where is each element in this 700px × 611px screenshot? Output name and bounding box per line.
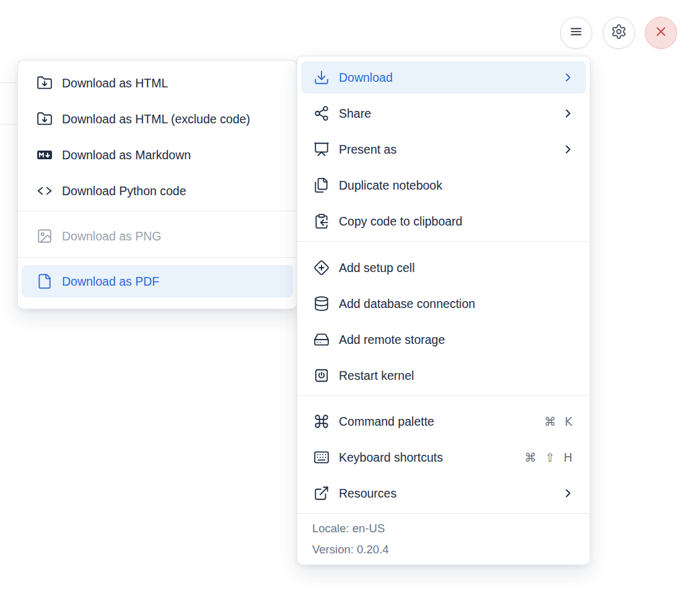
image-icon <box>37 228 53 244</box>
external-link-icon <box>313 485 330 501</box>
menu-separator <box>297 241 590 242</box>
keyboard-shortcut-hint: ⌘ ⇧ H <box>525 451 575 464</box>
menu-item-copy-code-to-clipboard[interactable]: Copy code to clipboard <box>301 205 586 237</box>
close-button[interactable] <box>645 17 677 49</box>
menu-item-label: Download as PDF <box>62 275 282 289</box>
chevron-right-icon <box>561 71 575 84</box>
menu-item-restart-kernel[interactable]: Restart kernel <box>301 359 586 392</box>
menu-item-download-as-png: Download as PNG <box>22 220 293 252</box>
chevron-right-icon <box>561 486 575 500</box>
settings-button[interactable] <box>603 17 635 49</box>
menu-item-label: Command palette <box>339 415 535 429</box>
menu-separator <box>297 395 590 396</box>
menu-item-add-setup-cell[interactable]: Add setup cell <box>301 252 586 284</box>
menu-item-download-python-code[interactable]: Download Python code <box>22 175 293 207</box>
hamburger-menu-button[interactable] <box>560 17 592 49</box>
locale-text: Locale: en-US <box>312 519 590 537</box>
menu-item-label: Resources <box>339 486 552 501</box>
command-icon <box>313 413 330 429</box>
page-divider-line <box>0 124 18 125</box>
menu-item-label: Add remote storage <box>339 333 575 347</box>
folder-download-icon <box>37 111 53 127</box>
menu-item-label: Keyboard shortcuts <box>339 451 515 465</box>
menu-item-label: Present as <box>339 143 552 157</box>
menu-item-label: Add database connection <box>339 297 575 311</box>
menu-footer: Locale: en-US Version: 0.20.4 <box>297 514 590 560</box>
database-icon <box>313 296 330 312</box>
chevron-right-icon <box>561 143 575 156</box>
share-icon <box>313 105 330 121</box>
menu-item-label: Download <box>339 71 552 85</box>
menu-item-present-as[interactable]: Present as <box>301 133 586 165</box>
menu-item-label: Share <box>339 107 552 121</box>
keyboard-icon <box>313 449 330 465</box>
menu-item-keyboard-shortcuts[interactable]: Keyboard shortcuts ⌘ ⇧ H <box>301 441 586 473</box>
menu-item-label: Download as Markdown <box>62 148 282 162</box>
menu-item-download-as-markdown[interactable]: Download as Markdown <box>22 139 293 171</box>
menu-item-download-as-html-exclude-code[interactable]: Download as HTML (exclude code) <box>22 103 293 135</box>
menu-item-label: Download as HTML (exclude code) <box>62 112 282 126</box>
menu-item-label: Copy code to clipboard <box>339 214 575 229</box>
power-icon <box>313 367 330 384</box>
menu-item-label: Duplicate notebook <box>339 178 575 193</box>
page-divider-line <box>0 82 18 83</box>
download-icon <box>313 69 330 86</box>
duplicate-icon <box>313 177 330 193</box>
menu-item-add-database-connection[interactable]: Add database connection <box>301 288 586 320</box>
menu-item-command-palette[interactable]: Command palette ⌘ K <box>301 405 586 437</box>
file-icon <box>37 273 53 289</box>
menu-item-label: Download Python code <box>62 184 282 198</box>
menu-item-download[interactable]: Download <box>301 61 586 94</box>
keyboard-shortcut-hint: ⌘ K <box>545 415 575 428</box>
gear-icon <box>611 24 627 42</box>
folder-download-icon <box>37 75 53 91</box>
menu-item-label: Add setup cell <box>339 261 575 275</box>
menu-item-add-remote-storage[interactable]: Add remote storage <box>301 323 586 356</box>
menu-separator <box>18 211 297 211</box>
menu-item-label: Restart kernel <box>339 369 575 383</box>
hard-drive-icon <box>313 332 330 348</box>
menu-item-download-as-html[interactable]: Download as HTML <box>22 67 293 99</box>
clipboard-copy-icon <box>313 213 330 229</box>
code-icon <box>37 183 53 199</box>
notebook-actions-menu: Download Share Present as Duplicate note… <box>297 56 590 565</box>
menu-item-resources[interactable]: Resources <box>301 477 586 509</box>
presentation-icon <box>313 141 330 157</box>
diamond-plus-icon <box>313 260 330 276</box>
chevron-right-icon <box>561 107 575 120</box>
download-submenu: Download as HTML Download as HTML (exclu… <box>17 60 297 309</box>
version-text: Version: 0.20.4 <box>312 540 590 558</box>
menu-item-duplicate-notebook[interactable]: Duplicate notebook <box>301 169 586 201</box>
markdown-icon <box>37 147 53 163</box>
menu-item-label: Download as HTML <box>62 76 282 90</box>
menu-separator <box>18 257 297 258</box>
hamburger-icon <box>568 24 584 42</box>
menu-item-download-as-pdf[interactable]: Download as PDF <box>22 265 293 297</box>
close-icon <box>654 24 668 42</box>
menu-item-share[interactable]: Share <box>301 97 586 130</box>
menu-item-label: Download as PNG <box>62 229 282 244</box>
